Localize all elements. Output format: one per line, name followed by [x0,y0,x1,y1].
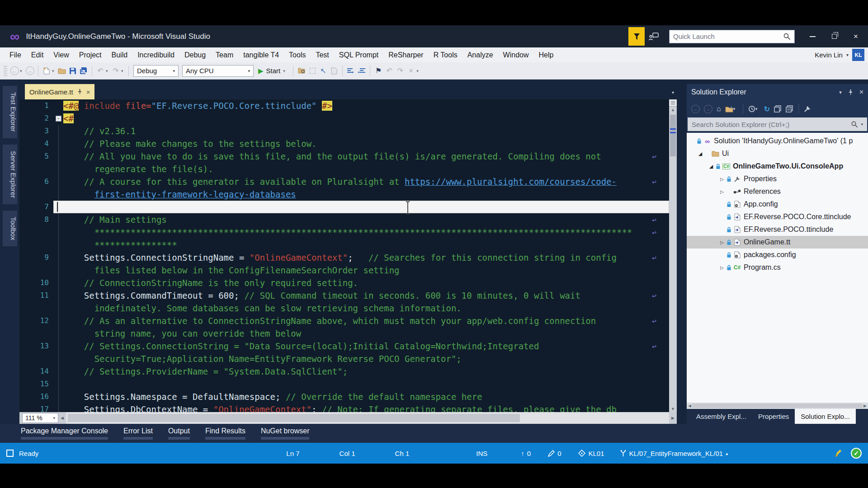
toolbar-drag-grip[interactable] [4,66,7,76]
bottom-tab-error-list[interactable]: Error List [123,427,153,440]
tree-item-app-config[interactable]: App.config [687,198,868,211]
scroll-right-icon[interactable]: ▶ [669,416,677,420]
signed-in-user[interactable]: Kevin Lin [815,51,843,59]
explorer-horizontal-scrollbar[interactable]: ◀ ▶ [687,403,868,409]
menu-view[interactable]: View [48,47,74,62]
navigate-back-caret-icon[interactable]: ▾ [20,69,24,73]
explorer-forward-button[interactable]: → [704,105,712,113]
navigate-forward-button[interactable]: → [24,65,35,77]
new-file-caret-icon[interactable]: ▾ [52,69,57,73]
menu-window[interactable]: Window [498,47,534,62]
code-editor[interactable]: 1<#@ include file="EF.Reverse.POCO.Core.… [19,99,677,412]
panel-tab-assembly-expl[interactable]: Assembly Expl... [690,409,752,424]
menu-edit[interactable]: Edit [26,47,49,62]
code-line-body[interactable]: // Main settings↩ [53,213,669,226]
code-line-body[interactable]: -<# [53,112,669,125]
status-column[interactable]: Col 1 [340,450,355,457]
start-debugging-button[interactable]: ▶ Start ▾ [258,67,288,75]
navigate-back-button[interactable]: ← [9,65,20,77]
code-line-body[interactable]: // v2.36.1 [53,125,669,137]
code-line-body[interactable]: string name, you can override them below [53,327,669,340]
menu-team[interactable]: Team [211,47,238,62]
switch-views-button[interactable]: ▾ [725,106,738,113]
code-line-body[interactable] [53,201,669,213]
tree-item-onlinegametwo-ui-consoleapp[interactable]: ◢C#OnlineGameTwo.Ui.ConsoleApp [687,160,868,173]
menu-file[interactable]: File [5,47,26,62]
explorer-back-button[interactable]: ← [691,105,700,113]
quick-launch-input[interactable]: Quick Launch [669,30,795,43]
panel-tab-solution-explo[interactable]: Solution Explo... [795,409,855,424]
status-character[interactable]: Ch 1 [395,450,410,457]
home-button[interactable]: ⌂ [717,105,721,113]
copy-files-button[interactable] [786,105,793,113]
document-tab-onlinegame-tt[interactable]: OnlineGame.tt × [25,84,94,99]
tab-close-icon[interactable]: × [86,88,90,96]
tree-item-solution-ithandyguy-onlinegametwo-1-p[interactable]: ∞Solution 'ItHandyGuy.OnlineGameTwo' (1 … [687,135,868,147]
horizontal-scroll-thumb[interactable] [692,404,863,408]
previous-bookmark-button[interactable]: ↶ [384,65,395,77]
tree-item-ef-reverse-poco-core-ttinclude[interactable]: EF.Reverse.POCO.Core.ttinclude [687,211,868,223]
code-line-body[interactable]: indefinately. Some databases can be slow… [53,302,669,314]
undo-button[interactable]: ↶ [95,65,106,77]
menu-project[interactable]: Project [74,47,107,62]
tree-item-properties[interactable]: ▷Properties [687,173,868,185]
select-pointer-button[interactable]: ↖ [318,65,329,77]
code-line-body[interactable]: // Please make changes to the settings b… [53,137,669,150]
menu-tools[interactable]: Tools [284,47,311,62]
restore-button[interactable] [826,30,842,43]
panel-close-icon[interactable]: × [859,88,863,96]
fold-minus-box[interactable]: - [56,116,61,122]
search-options-caret-icon[interactable]: ▾ [861,122,863,127]
code-line-body[interactable]: // All you have to do is save this file,… [53,150,669,163]
menu-sql-prompt[interactable]: SQL Prompt [334,47,383,62]
code-line-body[interactable]: // ConnectionStringName is the only requ… [53,277,669,289]
solution-configuration-dropdown[interactable]: Debug ▾ [133,65,179,77]
menu-r-tools[interactable]: R Tools [429,47,462,62]
scroll-right-icon[interactable]: ▶ [863,404,867,408]
code-line-body[interactable]: first-entity-framework-legacy-databases [53,188,669,201]
bottom-tab-output[interactable]: Output [168,427,190,440]
pin-icon[interactable] [77,89,82,94]
show-all-files-button[interactable] [774,105,782,113]
redo-button[interactable]: ↷ [110,65,121,77]
tree-item-references[interactable]: ▷References [687,185,868,198]
menu-tangible-t4[interactable]: tangible T4 [238,47,284,62]
code-line-body[interactable]: // Settings.ConnectionString = "Data Sou… [53,340,669,352]
code-line-body[interactable]: // As an alternative to ConnectionString… [53,314,669,327]
save-button[interactable] [67,65,78,77]
notifications-flag-button[interactable] [628,27,645,46]
code-line-body[interactable]: **************** [53,239,669,251]
code-line-body[interactable]: Security=True;Application Name=EntityFra… [53,352,669,365]
expanded-arrow-icon[interactable]: ◢ [708,164,715,169]
user-dropdown-caret-icon[interactable]: ▾ [846,52,849,57]
tree-item-packages-config[interactable]: packages.config [687,249,868,261]
horizontal-scroll-thumb[interactable] [68,414,520,422]
health-check-icon[interactable]: ✓ [851,448,862,459]
menu-incredibuild[interactable]: Incredibuild [132,47,179,62]
scroll-left-icon[interactable]: ◀ [58,416,66,420]
send-feedback-button[interactable] [645,27,663,46]
code-line-body[interactable]: Settings.DbContextName = "OnlineGameCont… [53,403,669,412]
branch-indicator[interactable]: KL/07_EntityFramework_KL/01 ▴ [620,450,728,457]
next-bookmark-button[interactable]: ↷ [395,65,406,77]
redo-caret-icon[interactable]: ▾ [121,69,126,73]
collapsed-arrow-icon[interactable]: ▷ [718,177,726,182]
status-insert-mode[interactable]: INS [476,450,487,457]
menu-test[interactable]: Test [311,47,334,62]
comment-lines-button[interactable] [345,65,356,77]
code-line-body[interactable]: // Settings.ProviderName = "System.Data.… [53,365,669,378]
minimize-button[interactable] [805,30,820,43]
toggle-bookmark-button[interactable]: ⚑ [373,65,384,77]
scroll-down-icon[interactable]: ▼ [669,407,677,411]
editor-zoom-dropdown[interactable]: 111 % ▾ [22,413,58,423]
panel-splitter[interactable] [677,80,687,424]
menu-help[interactable]: Help [534,47,559,62]
scroll-up-icon[interactable]: ▲ [669,108,677,112]
open-documents-caret-icon[interactable]: ▾ [672,90,674,95]
side-tab-server-explorer[interactable]: Server Explorer [3,145,17,204]
panel-tab-properties[interactable]: Properties [752,409,795,424]
tree-item-ef-reverse-poco-ttinclude[interactable]: EF.Reverse.POCO.ttinclude [687,223,868,236]
code-line-body[interactable]: files listed below in the ConfigFilename… [53,264,669,277]
code-line-body[interactable]: Settings.CommandTimeout = 600; // SQL Co… [53,289,669,302]
document-outline-button[interactable] [329,65,340,77]
